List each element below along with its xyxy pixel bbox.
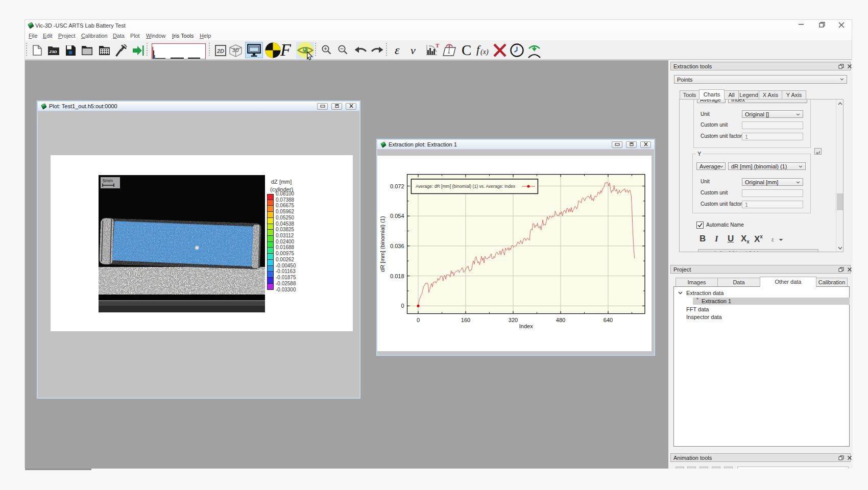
svg-text:Average: dR [mm] (binomial) (1: Average: dR [mm] (binomial) (1) vs. Aver… [416, 184, 516, 189]
svg-text:2D: 2D [216, 48, 224, 54]
svg-text:480: 480 [556, 317, 565, 323]
svg-text:320: 320 [509, 317, 518, 323]
svg-text:ε: ε [395, 43, 400, 57]
svg-text:0.072: 0.072 [390, 183, 404, 189]
svg-text:F: F [280, 41, 292, 58]
svg-text:0: 0 [417, 317, 420, 323]
svg-text:(x): (x) [480, 48, 489, 56]
svg-text:0.036: 0.036 [390, 243, 404, 249]
svg-text:0: 0 [401, 303, 404, 309]
svg-text:T: T [436, 43, 440, 48]
svg-text:5mm: 5mm [103, 178, 113, 183]
svg-text:3D: 3D [232, 47, 239, 53]
svg-text:0.054: 0.054 [390, 213, 404, 219]
svg-text:160: 160 [461, 317, 470, 323]
svg-text:Index: Index [519, 323, 533, 329]
svg-text:0.018: 0.018 [390, 273, 404, 279]
svg-text:dR [mm] (binomial) (1): dR [mm] (binomial) (1) [379, 216, 385, 272]
svg-text:Z3D: Z3D [49, 50, 57, 54]
svg-text:C: C [462, 43, 471, 58]
svg-text:640: 640 [604, 317, 613, 323]
svg-text:ν: ν [411, 44, 416, 57]
